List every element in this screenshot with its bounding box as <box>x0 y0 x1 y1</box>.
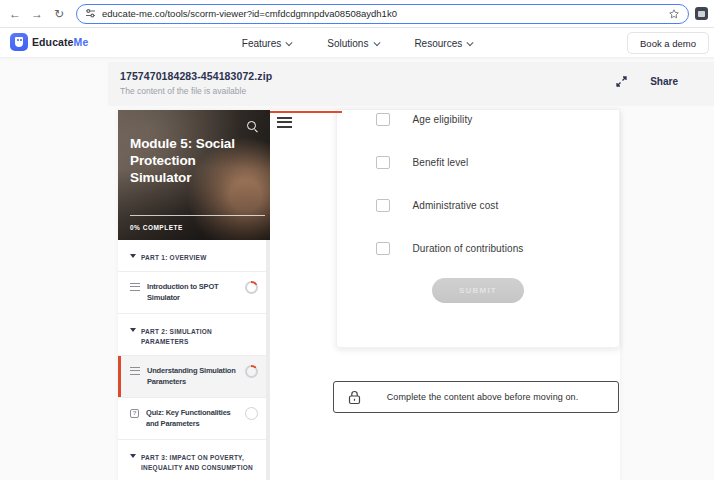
book-demo-button[interactable]: Book a demo <box>627 32 709 54</box>
checkbox[interactable] <box>376 156 390 170</box>
quiz-icon: ? <box>130 409 139 418</box>
quiz-option-row[interactable]: Administrative cost <box>337 184 619 227</box>
caret-down-icon <box>130 328 136 332</box>
course-outline: PART 1: OVERVIEW Introduction to SPOT Si… <box>118 240 266 480</box>
checkbox[interactable] <box>376 199 390 213</box>
sidebar-item[interactable]: Understanding Simulation Parameters <box>118 356 266 398</box>
search-icon[interactable] <box>247 121 258 132</box>
nav-links: Features Solutions Resources <box>242 28 472 58</box>
section-label: PART 1: OVERVIEW <box>141 253 207 263</box>
progress-track <box>130 215 265 216</box>
expand-icon[interactable] <box>615 75 628 88</box>
lock-icon <box>348 390 361 405</box>
site-settings-icon[interactable] <box>85 8 96 19</box>
menu-icon[interactable] <box>277 117 292 128</box>
course-sidebar: Module 5: Social Protection Simulator 0%… <box>118 110 270 480</box>
option-label: Duration of contributions <box>413 243 524 254</box>
quiz-option-row[interactable]: Benefit level <box>337 141 619 184</box>
sidebar-item[interactable]: ? Quiz: Key Functionalities and Paramete… <box>118 398 266 440</box>
lock-notice: Complete the content above before moving… <box>333 381 619 413</box>
address-bar[interactable]: educate-me.co/tools/scorm-viewer?id=cmfd… <box>76 4 689 24</box>
checkbox[interactable] <box>376 242 390 256</box>
module-hero-image: Module 5: Social Protection Simulator 0%… <box>118 110 270 240</box>
quiz-option-row[interactable]: Age eligibility <box>337 98 619 141</box>
quiz-options: Age eligibility Benefit level Administra… <box>337 98 619 270</box>
back-icon[interactable]: ← <box>6 5 24 23</box>
file-title: 1757470184283-454183072.zip <box>120 70 272 82</box>
screen: ← → ↻ educate-me.co/tools/scorm-viewer?i… <box>0 0 714 480</box>
text-lesson-icon <box>130 367 140 375</box>
module-title: Module 5: Social Protection Simulator <box>130 136 260 187</box>
quiz-option-row[interactable]: Duration of contributions <box>337 227 619 270</box>
file-meta: 1757470184283-454183072.zip The content … <box>120 70 272 96</box>
option-label: Administrative cost <box>413 200 499 211</box>
site-navbar: EducateMe Features Solutions Resources B… <box>0 28 714 58</box>
brand-name: EducateMe <box>32 36 88 48</box>
forward-icon[interactable]: → <box>28 5 46 23</box>
sidebar-item[interactable]: Introduction to SPOT Simulator <box>118 272 266 314</box>
checkbox[interactable] <box>376 113 390 127</box>
progress-ring <box>245 407 258 420</box>
share-button[interactable]: Share <box>650 76 678 87</box>
file-actions: Share <box>615 75 678 88</box>
chevron-down-icon <box>373 39 380 46</box>
option-label: Benefit level <box>413 157 469 168</box>
nav-link-resources[interactable]: Resources <box>414 38 472 49</box>
caret-down-icon <box>130 454 136 458</box>
submit-button[interactable]: SUBMIT <box>432 278 524 303</box>
progress-ring <box>245 281 258 294</box>
item-label: Understanding Simulation Parameters <box>147 365 239 388</box>
progress-ring <box>245 365 258 378</box>
scorm-viewer: Module 5: Social Protection Simulator 0%… <box>118 110 620 480</box>
brand-logo[interactable]: EducateMe <box>10 33 88 51</box>
nav-link-features[interactable]: Features <box>242 38 291 49</box>
chevron-down-icon <box>467 39 474 46</box>
nav-link-solutions[interactable]: Solutions <box>327 38 378 49</box>
sidebar-section-header[interactable]: PART 3: IMPACT ON POVERTY, INEQUALITY AN… <box>118 440 266 480</box>
loading-progress-bar <box>270 111 342 113</box>
section-label: PART 2: SIMULATION PARAMETERS <box>141 327 254 347</box>
item-label: Quiz: Key Functionalities and Parameters <box>146 407 239 430</box>
bookmark-star-icon[interactable] <box>668 8 680 20</box>
url-text[interactable]: educate-me.co/tools/scorm-viewer?id=cmfd… <box>102 8 668 19</box>
educateme-owl-icon <box>10 33 28 51</box>
module-progress-label: 0% COMPLETE <box>130 224 183 231</box>
quiz-card: Age eligibility Benefit level Administra… <box>336 110 620 348</box>
file-subtitle: The content of the file is available <box>120 86 272 96</box>
sidebar-section-header[interactable]: PART 1: OVERVIEW <box>118 240 266 272</box>
reload-icon[interactable]: ↻ <box>50 5 68 23</box>
option-label: Age eligibility <box>413 114 473 125</box>
lesson-content: Age eligibility Benefit level Administra… <box>270 110 620 480</box>
text-lesson-icon <box>130 283 140 291</box>
sidebar-section-header[interactable]: PART 2: SIMULATION PARAMETERS <box>118 314 266 356</box>
caret-down-icon <box>130 254 136 258</box>
item-label: Introduction to SPOT Simulator <box>147 281 239 304</box>
section-label: PART 3: IMPACT ON POVERTY, INEQUALITY AN… <box>141 453 254 473</box>
lock-message: Complete the content above before moving… <box>361 392 604 402</box>
chevron-down-icon <box>286 39 293 46</box>
browser-chrome: ← → ↻ educate-me.co/tools/scorm-viewer?i… <box>0 0 714 28</box>
extension-icon[interactable] <box>695 7 708 20</box>
